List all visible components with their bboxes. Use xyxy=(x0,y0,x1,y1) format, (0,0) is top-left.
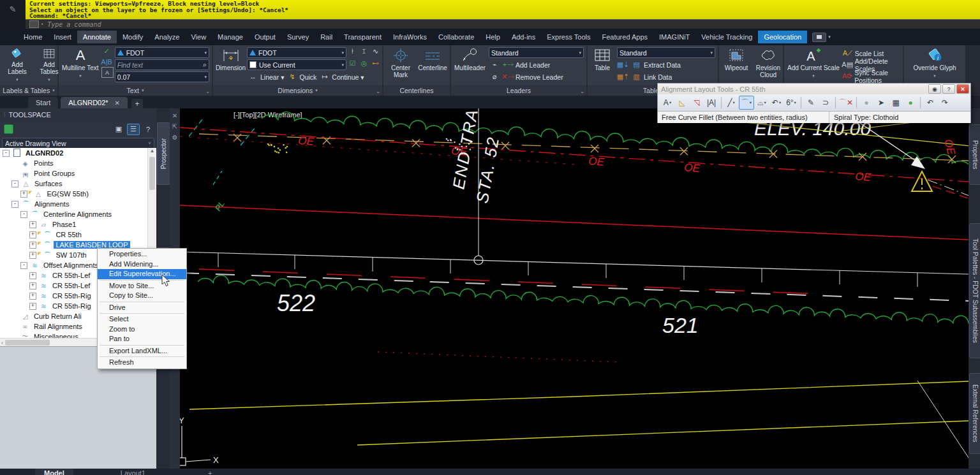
expand-icon[interactable] xyxy=(29,303,36,310)
expand-icon[interactable] xyxy=(20,191,27,198)
ribbon-display-button[interactable] xyxy=(812,33,826,42)
leader-align-icon[interactable]: ⌀ xyxy=(489,72,500,82)
dimension-button[interactable]: Dimension xyxy=(214,46,247,84)
expand-icon[interactable] xyxy=(29,252,36,259)
close-button[interactable]: ✕ xyxy=(956,84,969,94)
edit-best-fit-tool[interactable]: ● xyxy=(859,96,873,109)
scrollbar-thumb[interactable] xyxy=(149,157,155,190)
spell-check-icon[interactable]: ✓ xyxy=(101,47,112,56)
new-layout-button[interactable]: + xyxy=(199,469,221,475)
drawing-canvas[interactable]: [-][Top][2D Wireframe] OE OE OE OE OE PL… xyxy=(180,108,969,469)
pick-sub-entity-tool[interactable]: ➤ xyxy=(874,96,888,109)
tab-external-references[interactable]: External References xyxy=(969,373,980,454)
tab-properties[interactable]: Properties xyxy=(969,124,980,185)
alignment-grid-view-tool[interactable]: ● xyxy=(903,96,917,109)
view-selector-combo[interactable]: Active Drawing View˅ xyxy=(2,138,154,149)
text-frame-icon[interactable]: A xyxy=(101,67,114,78)
floating-curve-tool[interactable]: ↶▾ xyxy=(769,96,783,109)
text-style-combo[interactable]: FDOT▾ xyxy=(115,47,209,58)
command-dropdown-icon[interactable]: ▾ xyxy=(41,22,43,27)
add-leader-button[interactable]: Add Leader xyxy=(516,61,550,69)
dim-style-combo[interactable]: FDOT▾ xyxy=(247,47,346,58)
tab-rail[interactable]: Rail xyxy=(315,31,338,43)
expand-icon[interactable] xyxy=(29,231,36,238)
tab-insert[interactable]: Insert xyxy=(48,31,77,43)
tree-item-point-groups[interactable]: Point Groups xyxy=(0,168,156,179)
menu-item-edit-superelevation[interactable]: Edit Superelevation... xyxy=(98,269,186,279)
fixed-curve-tool[interactable]: ⌓▾ xyxy=(755,96,769,109)
drawing-viewport[interactable]: [-][Top][2D Wireframe] OE OE OE OE OE PL… xyxy=(180,108,969,469)
new-drawing-tab-button[interactable]: + xyxy=(131,99,143,108)
leader-collect-icon[interactable]: ⌁ xyxy=(489,60,500,69)
tab-addins[interactable]: Add-ins xyxy=(506,31,541,43)
panel-expander-icon[interactable]: ⌄ xyxy=(376,89,380,94)
break-apart-pi-tool[interactable]: ⊃ xyxy=(819,96,833,109)
tab-layout1[interactable]: Layout1 xyxy=(112,469,154,475)
tab-collaborate[interactable]: Collaborate xyxy=(433,31,480,43)
autohide-icon[interactable]: ⇱ xyxy=(170,123,180,130)
center-mark-button[interactable]: Center Mark xyxy=(385,46,417,84)
expand-icon[interactable] xyxy=(29,282,36,289)
tab-annotate[interactable]: Annotate xyxy=(77,31,117,43)
tab-home[interactable]: Home xyxy=(18,31,48,43)
tab-geolocation[interactable]: Geolocation xyxy=(758,31,807,43)
scrollbar-thumb[interactable] xyxy=(5,340,50,346)
tab-modify[interactable]: Modify xyxy=(117,31,149,43)
palette-titlebar[interactable]: Alignment Layout Tools - CR 55th ◉ ? ✕ xyxy=(658,84,970,94)
delete-sub-entity-tool[interactable]: ⌒✕ xyxy=(838,96,854,109)
point-tool[interactable]: A▾ xyxy=(660,96,674,109)
tab-imaginit[interactable]: IMAGINiT xyxy=(653,31,695,43)
add-pi-tool[interactable]: ✎ xyxy=(804,96,818,109)
table-style-combo[interactable]: Standard▾ xyxy=(617,47,715,58)
expand-icon[interactable] xyxy=(29,293,36,300)
close-icon[interactable]: ✕ xyxy=(115,99,120,106)
linear-button[interactable]: Linear xyxy=(260,73,279,81)
delete-constraint-tool[interactable]: ◹ xyxy=(690,96,704,109)
tree-item-drawing[interactable]: ALGNRD02 xyxy=(0,148,156,158)
close-icon[interactable]: ✕ xyxy=(170,112,180,119)
expand-icon[interactable] xyxy=(29,221,36,228)
panel-footer-dimensions[interactable]: Dimensions▾⌄ xyxy=(213,85,382,96)
tab-express-tools[interactable]: Express Tools xyxy=(541,31,596,43)
tab-manage[interactable]: Manage xyxy=(212,31,249,43)
tab-transparent[interactable]: Transparent xyxy=(338,31,387,43)
tab-infraworks[interactable]: InfraWorks xyxy=(387,31,433,43)
tree-item-points[interactable]: Points xyxy=(0,158,156,168)
undo-button[interactable]: ↶ xyxy=(923,96,937,109)
tab-tool-palettes[interactable]: Tool Palettes - FDOT Subassemblies xyxy=(969,223,980,358)
revision-cloud-button[interactable]: Revision Cloud xyxy=(752,46,784,84)
add-current-scale-button[interactable]: A Add Current Scale▾ xyxy=(785,46,842,84)
item-view-icon[interactable]: ☰ xyxy=(127,124,140,135)
sync-scale-positions-button[interactable]: Sync Scale Positions xyxy=(854,69,902,84)
link-data-button[interactable]: Link Data xyxy=(644,73,672,81)
dim-spacing-icon[interactable]: 𝙸 xyxy=(359,47,369,56)
help-button[interactable]: ? xyxy=(942,84,955,94)
dim-update-icon[interactable]: ⊷ xyxy=(370,59,381,68)
redo-button[interactable]: ↷ xyxy=(938,96,952,109)
file-tab-start[interactable]: Start xyxy=(28,97,58,108)
tree-item-alignments[interactable]: Alignments xyxy=(0,199,156,209)
table-button[interactable]: Table xyxy=(589,46,616,84)
tab-view[interactable]: View xyxy=(185,31,212,43)
multiline-text-button[interactable]: A Multiline Text▾ xyxy=(60,46,101,84)
tab-featured-apps[interactable]: Featured Apps xyxy=(596,31,653,43)
tab-survey[interactable]: Survey xyxy=(281,31,315,43)
mleader-style-combo[interactable]: Standard▾ xyxy=(489,47,584,58)
panel-footer-leaders[interactable]: Leaders⌄ xyxy=(451,85,586,96)
tab-output[interactable]: Output xyxy=(249,31,281,43)
text-height-combo[interactable]: 0.07▾ xyxy=(115,71,209,82)
wipeout-button[interactable]: Wipeout xyxy=(720,46,752,84)
command-placeholder[interactable]: Type a command xyxy=(47,21,101,28)
expand-icon[interactable] xyxy=(29,242,36,249)
toolspace-header[interactable]: ⁞ TOOLSPACE xyxy=(0,108,156,121)
extract-data-button[interactable]: Extract Data xyxy=(644,61,681,69)
help-icon[interactable]: ? xyxy=(142,124,154,135)
tangency-constraint-tool[interactable]: ◺ xyxy=(675,96,689,109)
panel-expander-icon[interactable]: ⌄ xyxy=(205,89,210,94)
tab-model[interactable]: Model xyxy=(35,469,73,475)
free-curve-fillet-tool[interactable]: ⌒▾ xyxy=(739,96,754,110)
menu-item-select[interactable]: Select xyxy=(98,314,186,325)
pi-table-tool[interactable]: |A| xyxy=(704,96,718,109)
menu-item-copy-to-site[interactable]: Copy to Site... xyxy=(98,291,186,301)
chevron-down-icon[interactable]: ˅ xyxy=(148,140,151,146)
